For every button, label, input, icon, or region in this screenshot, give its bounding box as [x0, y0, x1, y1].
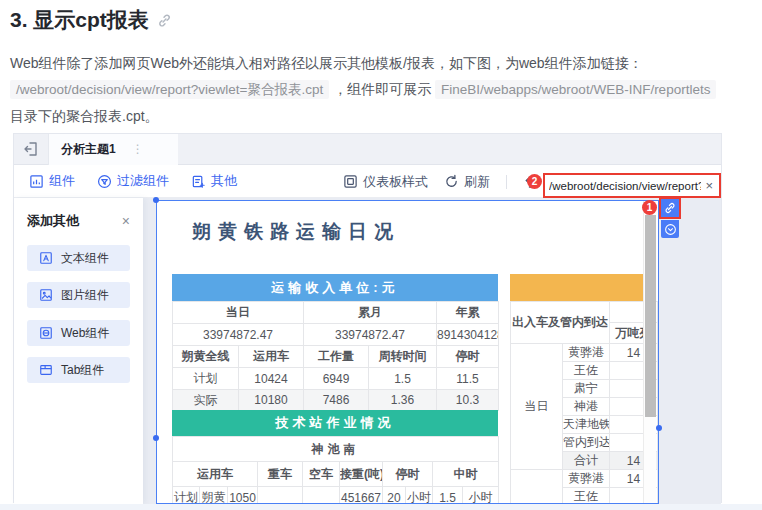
filter-component-button[interactable]: 过滤组件 — [97, 172, 169, 190]
table-cell: 451667 — [340, 487, 383, 505]
anchor-link-icon[interactable] — [157, 13, 172, 28]
station-table-header: 技术站作业情况 — [172, 410, 498, 436]
collapse-button[interactable] — [661, 220, 679, 238]
para-line-3: 目录下的聚合报表.cpt。 — [10, 103, 758, 129]
table-cell: 计划 — [173, 368, 239, 390]
table-cell: 10180 — [239, 390, 304, 411]
refresh-button[interactable]: 刷新 — [444, 173, 490, 191]
annotation-badge-2: 2 — [527, 174, 542, 189]
other-icon — [191, 174, 206, 189]
table-cell: 1.36 — [369, 390, 437, 411]
panel-close-icon[interactable]: × — [122, 213, 130, 229]
income-table-header: 运输收入单位:元 — [172, 274, 498, 301]
income-table: 当日 累月 年累 33974872.47 33974872.47 8914304… — [172, 301, 499, 411]
sidebar-item-web-component[interactable]: Web组件 — [27, 320, 130, 346]
inout-table: 出入车及管内到达 万吨列 当日 黄骅港 14 王佐 肃宁 — [510, 301, 658, 504]
sidebar-item-tab-component[interactable]: Tab组件 — [27, 357, 130, 383]
component-icon — [29, 174, 44, 189]
tab-label: 分析主题1 — [61, 141, 116, 158]
dashboard-style-icon — [343, 174, 358, 189]
table-cell: 11.5 — [437, 368, 499, 390]
metric-header: 朔黄全线 — [173, 346, 239, 368]
dashboard-body: 添加其他 × 文本组件 — [14, 198, 721, 504]
image-component-icon — [39, 288, 53, 302]
group-label: 当日 — [511, 344, 563, 470]
table-cell: 1.5 — [433, 487, 463, 505]
station-col-header: 接重(吨) — [340, 462, 383, 487]
station-cell: 王佐 — [563, 488, 610, 505]
station-col-header: 停时 — [383, 462, 433, 487]
page-bottom-strip — [0, 504, 762, 510]
selection-handle[interactable] — [153, 197, 159, 203]
income-value: 8914304128.66 — [437, 324, 499, 346]
metric-header: 运用车 — [239, 346, 304, 368]
filter-icon — [97, 174, 112, 189]
selection-handle[interactable] — [656, 425, 662, 431]
report-scrollbar-thumb[interactable] — [645, 215, 656, 417]
exit-icon — [23, 141, 39, 157]
sidebar-item-label: Web组件 — [61, 325, 109, 342]
table-cell: 小时 — [406, 487, 433, 505]
station-name: 神池南 — [173, 437, 499, 462]
clear-url-icon[interactable]: × — [701, 178, 713, 193]
table-cell: 10.3 — [437, 390, 499, 411]
table-cell: 10424 — [239, 368, 304, 390]
report-title: 朔黄铁路运输日况 — [192, 219, 400, 245]
other-button[interactable]: 其他 — [191, 172, 237, 190]
metric-header: 工作量 — [304, 346, 369, 368]
table-cell: 20 — [383, 487, 406, 505]
url-value: /webroot/decision/view/report?viewlet — [549, 180, 701, 192]
selection-handle[interactable] — [153, 435, 159, 441]
filter-component-label: 过滤组件 — [117, 172, 169, 190]
dashboard-style-button[interactable]: 仪表板样式 — [343, 173, 428, 191]
tab-analysis-subject[interactable]: 分析主题1 ⋮ — [48, 134, 178, 165]
table-cell: 1.5 — [369, 368, 437, 390]
station-cell: 黄骅港 — [563, 344, 610, 362]
table-cell: 7486 — [304, 390, 369, 411]
web-component-canvas[interactable]: 朔黄铁路运输日况 运输收入单位:元 当日 累月 年累 33974872.47 3… — [156, 200, 659, 504]
income-value: 33974872.47 — [304, 324, 437, 346]
table-cell: 计划 — [173, 487, 200, 505]
heading-text: 3. 显示cpt报表 — [10, 6, 149, 34]
sidebar-item-label: Tab组件 — [61, 362, 104, 379]
tab-component-icon — [39, 363, 53, 377]
code-path-viewlet: /webroot/decision/view/report?viewlet=聚合… — [10, 80, 329, 99]
code-path-reportlets: FineBI/webapps/webroot/WEB-INF/reportlet… — [435, 80, 716, 99]
table-cell: 小时 — [463, 487, 499, 505]
table-cell — [303, 487, 340, 505]
metric-header: 周转时间 — [369, 346, 437, 368]
period-header: 年累 — [437, 302, 499, 324]
inout-table-header-bar — [510, 274, 645, 301]
station-col-header: 重车 — [258, 462, 303, 487]
component-label: 组件 — [49, 172, 75, 190]
station-cell: 管内到达 — [563, 434, 610, 452]
para-line-2: /webroot/decision/view/report?viewlet=聚合… — [10, 76, 758, 103]
exit-button[interactable] — [14, 141, 48, 157]
income-value: 33974872.47 — [173, 324, 304, 346]
edit-link-button[interactable] — [661, 199, 679, 217]
report-scrollbar[interactable] — [643, 201, 656, 503]
station-col-header: 运用车 — [173, 462, 258, 487]
table-cell: 6949 — [304, 368, 369, 390]
text-component-icon — [39, 251, 53, 265]
web-component-icon — [39, 326, 53, 340]
table-cell — [258, 487, 303, 505]
station-cell: 天津地铁 — [563, 416, 610, 434]
station-cell: 黄骅港 — [563, 470, 610, 488]
page-title: 3. 显示cpt报表 — [10, 6, 172, 34]
chevron-down-circle-icon — [664, 223, 677, 236]
period-header: 累月 — [304, 302, 437, 324]
sidebar-item-text-component[interactable]: 文本组件 — [27, 245, 130, 271]
tab-more-icon[interactable]: ⋮ — [132, 142, 144, 156]
group-label — [511, 470, 563, 505]
tab-bar: 分析主题1 ⋮ — [14, 134, 721, 165]
metric-header: 停时 — [437, 346, 499, 368]
sidebar-item-image-component[interactable]: 图片组件 — [27, 282, 130, 308]
web-component-url-input[interactable]: /webroot/decision/view/report?viewlet × — [543, 173, 721, 198]
link-icon — [664, 202, 676, 214]
refresh-icon — [444, 174, 459, 189]
dashboard-style-label: 仪表板样式 — [363, 173, 428, 191]
total-cell: 合计 — [563, 452, 610, 470]
component-button[interactable]: 组件 — [29, 172, 75, 190]
period-header: 当日 — [173, 302, 304, 324]
